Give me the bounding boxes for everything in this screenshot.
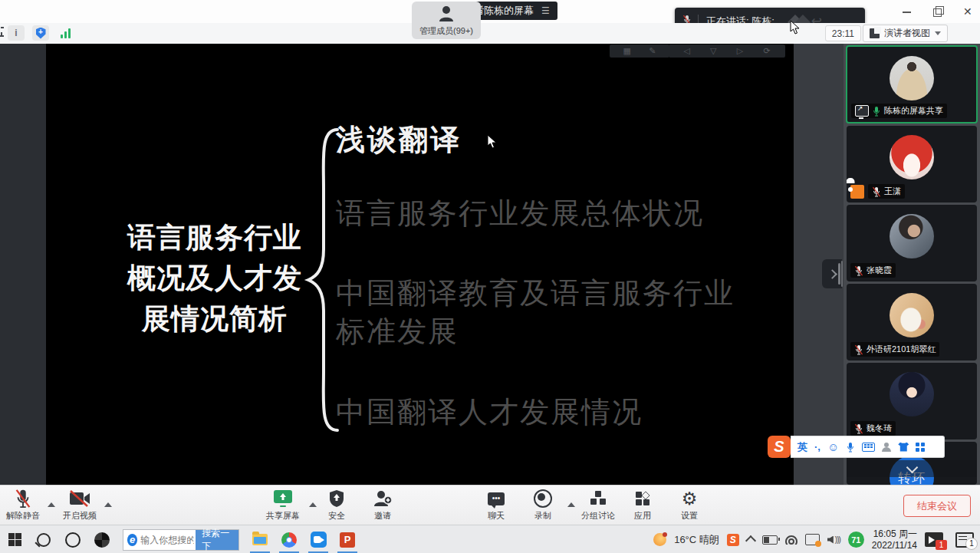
participant-label: 王潇 <box>868 184 905 199</box>
taskbar-search-icon[interactable] <box>29 525 58 553</box>
sidebar-scrollbar-track <box>841 261 843 287</box>
sogou-tray-icon[interactable]: S <box>727 534 739 546</box>
cast-icon[interactable] <box>805 534 820 545</box>
taskbar-search-input[interactable] <box>137 534 196 546</box>
sidebar-scrollbar[interactable] <box>838 263 840 285</box>
start-button[interactable] <box>0 525 29 553</box>
participant-label: 外语研2101胡翠红 <box>850 342 939 357</box>
action-center-icon[interactable]: 1 <box>955 532 974 548</box>
invite-label: 邀请 <box>374 510 391 522</box>
chrome-icon[interactable] <box>275 525 304 553</box>
breakout-button[interactable]: 分组讨论 <box>581 489 615 522</box>
settings-button[interactable]: ⚙ 设置 <box>681 489 698 522</box>
sogou-punct-icon[interactable]: ·, <box>814 441 821 453</box>
invite-button[interactable]: 邀请 <box>373 489 393 522</box>
avatar-hucuihong <box>890 293 934 337</box>
powerpoint-icon[interactable]: P <box>333 525 362 553</box>
participant-tile-wangxiao[interactable]: 王潇 <box>847 126 977 202</box>
participant-label: 张晓霞 <box>850 263 896 278</box>
unmute-label: 解除静音 <box>6 510 40 522</box>
avatar-zhangxiaoxia <box>890 214 934 258</box>
close-button[interactable]: ✕ <box>963 6 974 17</box>
sogou-voice-icon[interactable] <box>846 442 855 453</box>
unmute-options-chevron[interactable] <box>48 502 55 507</box>
apps-button[interactable]: 应用 <box>634 489 651 522</box>
slide-item-4: 中国翻译人才发展情况 <box>336 393 643 431</box>
chat-label: 聊天 <box>488 510 505 522</box>
sogou-emoji-icon[interactable]: ☺ <box>827 440 839 453</box>
wifi-icon[interactable] <box>785 535 797 545</box>
slide-item-2: 语言服务行业发展总体状况 <box>336 194 704 232</box>
cortana-icon[interactable] <box>58 525 87 553</box>
chevron-right-icon <box>827 269 837 279</box>
scroll-more-overlay[interactable] <box>847 460 977 477</box>
participant-name: 外语研2101胡翠红 <box>867 344 936 355</box>
participant-tile-hucuihong[interactable]: 外语研2101胡翠红 <box>847 284 977 360</box>
share-options-chevron[interactable] <box>309 502 317 507</box>
taskbar-clock[interactable]: 16:05 周一 2022/11/14 <box>872 528 917 551</box>
start-video-button[interactable]: 开启视频 <box>63 489 97 522</box>
tray-expand-chevron[interactable] <box>745 535 756 546</box>
media-notification-icon[interactable]: 1 <box>925 532 943 547</box>
taskbar-search-button[interactable]: 搜索一下 <box>196 530 238 550</box>
ppt-toolbar-ghost-left: ▦✎ <box>610 44 669 58</box>
sogou-skin-icon[interactable] <box>898 443 909 452</box>
share-screen-label: 共享屏幕 <box>266 510 300 522</box>
mouse-cursor <box>487 134 497 149</box>
unmute-button[interactable]: 解除静音 <box>6 489 40 522</box>
slide-item-1: 浅谈翻译 <box>336 120 462 159</box>
pinwheel-app-icon[interactable] <box>87 525 117 553</box>
chevron-down-icon <box>935 31 941 35</box>
video-options-chevron[interactable] <box>104 502 112 507</box>
presentation-slide: ▦✎ ◁▽▷⟳ 语言服务行业 概况及人才发 展情况简析 浅谈翻译 语言服务行业发… <box>46 44 794 485</box>
participant-tile-weidongqi[interactable]: 魏冬琦 <box>847 363 977 439</box>
mic-muted-icon <box>872 186 881 197</box>
avatar-chendong <box>890 56 934 100</box>
volume-icon[interactable]: ))) <box>827 535 840 544</box>
sogou-lang-toggle[interactable]: 英 <box>797 440 807 454</box>
file-explorer-icon[interactable] <box>245 525 275 553</box>
topbar-left-icons: i <box>8 25 74 41</box>
shared-screen-area: ▦✎ ◁▽▷⟳ 语言服务行业 概况及人才发 展情况简析 浅谈翻译 语言服务行业发… <box>0 44 980 485</box>
network-signal-icon[interactable] <box>57 25 74 41</box>
security-button[interactable]: 安全 <box>328 489 345 522</box>
gear-icon: ⚙ <box>682 490 698 507</box>
ppt-toolbar-ghost-right: ◁▽▷⟳ <box>669 44 785 58</box>
screen: 您正在观看陈栋的屏幕 ☰ ✕ 正在讲话: 陈栋; ↩ i 23:11 演讲者视图 <box>0 0 980 553</box>
view-mode-button[interactable]: 演讲者视图 <box>863 25 948 42</box>
security-guard-icon[interactable]: 71 <box>848 532 864 548</box>
manage-members-button[interactable]: 管理成员(99+) <box>412 2 481 39</box>
battery-icon[interactable] <box>762 535 778 545</box>
restore-button[interactable] <box>932 6 943 17</box>
sogou-account-icon[interactable] <box>882 443 891 452</box>
message-badge: 1 <box>965 538 978 550</box>
sogou-keyboard-icon[interactable] <box>862 443 875 452</box>
weather-icon[interactable] <box>653 533 666 546</box>
chat-button[interactable]: ••• 聊天 <box>488 489 505 522</box>
record-options-chevron[interactable] <box>567 502 575 507</box>
slide-brace-shape <box>304 127 340 433</box>
minimize-button[interactable] <box>902 6 913 17</box>
media-badge: 1 <box>936 540 947 550</box>
participant-tile-chendong[interactable]: 陈栋的屏幕共享 <box>846 45 978 123</box>
meeting-info-icon[interactable]: i <box>8 25 25 41</box>
end-meeting-label: 结束会议 <box>917 499 957 513</box>
taskbar-date: 2022/11/14 <box>872 540 917 551</box>
hamburger-icon[interactable]: ☰ <box>541 5 550 16</box>
fullscreen-icon[interactable] <box>0 25 2 37</box>
record-button[interactable]: 录制 <box>534 489 552 522</box>
view-mode-label: 演讲者视图 <box>884 27 930 40</box>
layout-icon <box>870 28 880 38</box>
sogou-toolbox-icon[interactable] <box>916 443 925 452</box>
end-meeting-button[interactable]: 结束会议 <box>903 495 971 517</box>
meeting-app-icon[interactable] <box>304 525 333 553</box>
participants-sidebar: 陈栋的屏幕共享 王潇 张晓霞 <box>844 44 980 485</box>
weather-text[interactable]: 16°C 晴朗 <box>674 533 719 547</box>
meeting-security-shield-icon[interactable] <box>32 25 49 41</box>
meeting-timer-text: 23:11 <box>832 28 854 39</box>
share-screen-button[interactable]: 共享屏幕 <box>266 489 300 522</box>
taskbar-search-box[interactable]: e 搜索一下 <box>123 529 239 551</box>
avatar-weidongqi <box>890 372 934 416</box>
participant-tile-zhangxiaoxia[interactable]: 张晓霞 <box>847 205 977 281</box>
sogou-logo-icon[interactable]: S <box>768 436 791 458</box>
